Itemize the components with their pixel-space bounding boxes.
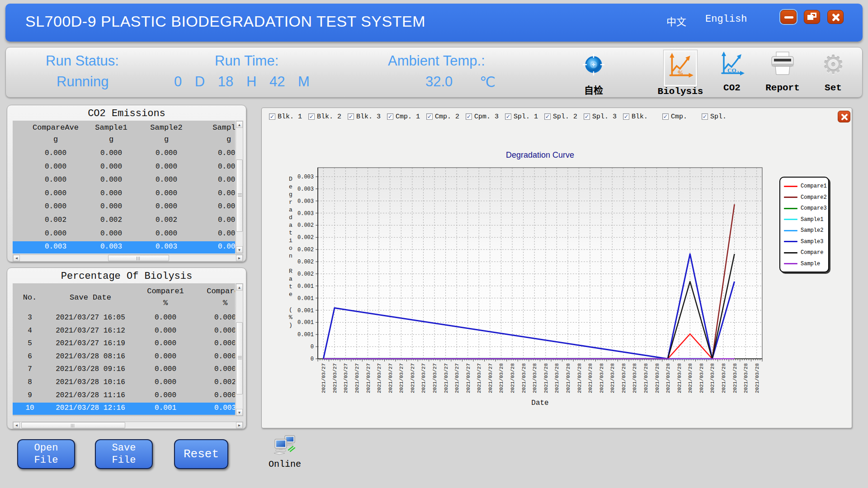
scroll-down-arrow[interactable]: ▼	[236, 246, 243, 253]
biolysis-percentage-title: Percentage Of Biolysis	[7, 271, 246, 282]
column-header: Sample1	[95, 123, 127, 132]
co2-vertical-scrollbar[interactable]: ▲ ▼	[236, 121, 243, 253]
svg-text:2021/03/27: 2021/03/27	[443, 363, 449, 393]
svg-text:2021/03/28: 2021/03/28	[588, 363, 593, 393]
toolbar-selfcheck[interactable]: 自检	[567, 50, 620, 96]
y-axis-title: Degradation Rate (%)	[285, 176, 296, 361]
column-header: Save Date	[70, 293, 111, 302]
scroll-thumb[interactable]	[236, 160, 243, 232]
co2-horizontal-scrollbar[interactable]: ◄ ►	[13, 254, 243, 262]
table-row[interactable]: 0.0000.0000.0000.000	[13, 148, 235, 160]
svg-text:2021/03/28: 2021/03/28	[499, 363, 504, 393]
column-header: Sample2	[150, 123, 182, 132]
scroll-down-arrow[interactable]: ▼	[236, 409, 243, 416]
scroll-right-arrow[interactable]: ►	[236, 422, 243, 428]
table-row[interactable]: 42021/03/27 16:120.0000.000	[13, 325, 235, 338]
table-row[interactable]: 62021/03/28 08:160.0000.000	[13, 351, 235, 363]
svg-text:0.003: 0.003	[297, 186, 314, 192]
svg-text:0.002: 0.002	[297, 247, 314, 253]
svg-text:CO: CO	[727, 67, 736, 74]
biolysis-horizontal-scrollbar[interactable]: ◄ ►	[13, 422, 243, 429]
svg-text:2021/03/28: 2021/03/28	[755, 363, 760, 393]
svg-text:2021/03/28: 2021/03/28	[699, 363, 704, 393]
table-row[interactable]: 82021/03/28 10:160.0000.002	[13, 377, 235, 389]
save-file-button[interactable]: Save File	[95, 439, 153, 469]
degradation-chart-panel: ✓Blk. 1✓Blk. 2✓Blk. 3✓Cmp. 1✓Cmp. 2✓Cpm.…	[261, 108, 852, 428]
legend-item: Sample1	[780, 214, 828, 225]
table-row[interactable]: 52021/03/27 16:190.0000.000	[13, 338, 235, 350]
biolysis-vertical-scrollbar[interactable]: ▲ ▼	[236, 283, 243, 416]
svg-text:0.002: 0.002	[297, 259, 314, 265]
lang-chinese-link[interactable]: 中文	[666, 14, 686, 28]
scroll-up-arrow[interactable]: ▲	[236, 284, 243, 291]
svg-text:2021/03/28: 2021/03/28	[521, 363, 527, 393]
svg-text:2021/03/28: 2021/03/28	[655, 363, 660, 393]
scroll-up-arrow[interactable]: ▲	[236, 121, 243, 128]
table-row[interactable]: 0.0000.0000.0000.000	[13, 201, 235, 213]
scroll-left-arrow[interactable]: ◄	[13, 422, 20, 428]
open-file-button[interactable]: Open File	[17, 439, 75, 469]
scroll-left-arrow[interactable]: ◄	[13, 255, 20, 261]
toolbar-report[interactable]: Report	[756, 50, 809, 93]
svg-text:0.001: 0.001	[297, 308, 314, 314]
app-title: SL700D-9 PLASTIC BIODEGRADATION TEST SYS…	[25, 13, 425, 30]
biolysis-chart-icon: %	[665, 52, 695, 84]
table-row[interactable]: 0.0020.0020.0020.002	[13, 215, 235, 227]
table-row[interactable]: 0.0000.0000.0000.000	[13, 188, 235, 200]
run-status-value: Running	[57, 74, 108, 90]
svg-text:2021/03/27: 2021/03/27	[321, 363, 326, 393]
maximize-button[interactable]	[804, 10, 820, 24]
gear-icon: ⚙	[822, 50, 844, 83]
svg-text:2021/03/28: 2021/03/28	[743, 363, 749, 393]
biolysis-percentage-table[interactable]: No.Save DateCompare1%Compare2%32021/03/2…	[13, 283, 235, 416]
table-row[interactable]: 0.0000.0000.0000.000	[13, 174, 235, 187]
scroll-thumb[interactable]	[236, 322, 243, 394]
online-computers-icon	[273, 435, 297, 455]
printer-icon	[769, 50, 796, 83]
close-button[interactable]	[827, 10, 844, 24]
svg-text:2021/03/28: 2021/03/28	[621, 363, 627, 393]
selfcheck-target-icon	[580, 50, 607, 83]
reset-button[interactable]: Reset	[174, 439, 228, 469]
svg-text:0: 0	[311, 344, 314, 350]
toolbar-biolysis[interactable]: % Biolysis	[654, 50, 707, 97]
chart-title: Degradation Curve	[318, 150, 762, 160]
svg-text:2021/03/27: 2021/03/27	[488, 363, 493, 393]
svg-text:2021/03/27: 2021/03/27	[476, 363, 482, 393]
svg-text:2021/03/27: 2021/03/27	[432, 363, 438, 393]
scroll-thumb[interactable]	[108, 255, 169, 261]
svg-text:0.002: 0.002	[297, 235, 314, 241]
toolbar-set[interactable]: ⚙ Set	[807, 50, 859, 93]
svg-text:0.003: 0.003	[297, 174, 314, 180]
lang-english-link[interactable]: English	[705, 14, 747, 25]
svg-text:2021/03/27: 2021/03/27	[410, 363, 415, 393]
svg-text:0.002: 0.002	[297, 222, 314, 229]
legend-item: Compare	[780, 247, 828, 258]
table-row[interactable]: 0.0000.0000.0000.000	[13, 161, 235, 174]
table-row[interactable]: 32021/03/27 16:050.0000.000	[13, 312, 235, 324]
table-row[interactable]: 72021/03/28 09:160.0000.000	[13, 364, 235, 376]
co2-emissions-table[interactable]: CompareAvegSample1gSample2gSample3g0.000…	[13, 121, 235, 253]
scroll-right-arrow[interactable]: ►	[236, 255, 243, 261]
scroll-thumb[interactable]	[21, 422, 125, 428]
column-header: Compare1	[147, 287, 184, 296]
svg-text:2021/03/28: 2021/03/28	[677, 363, 682, 393]
svg-text:2021/03/27: 2021/03/27	[377, 363, 382, 393]
table-row[interactable]: 102021/03/28 12:160.0010.003	[13, 403, 235, 415]
ambient-temp-value: 32.0	[425, 74, 453, 90]
co2-emissions-title: CO2 Emissions	[7, 108, 246, 119]
minimize-button[interactable]	[780, 10, 797, 24]
column-unit: g	[109, 135, 113, 144]
svg-text:0.003: 0.003	[297, 211, 314, 217]
svg-text:2021/03/27: 2021/03/27	[399, 363, 404, 393]
svg-text:2021/03/28: 2021/03/28	[577, 363, 582, 393]
table-row[interactable]: 92021/03/28 11:160.0000.000	[13, 390, 235, 402]
svg-text:0.001: 0.001	[297, 332, 314, 338]
svg-text:2021/03/28: 2021/03/28	[688, 363, 693, 393]
x-axis-title: Date	[318, 399, 762, 407]
online-status: Online	[258, 435, 312, 469]
table-row[interactable]: 0.0030.0030.0030.003	[13, 241, 235, 253]
table-row[interactable]: 0.0000.0000.0000.000	[13, 228, 235, 240]
svg-text:2021/03/28: 2021/03/28	[566, 363, 571, 393]
toolbar-co2[interactable]: CO 2 CO2	[706, 50, 758, 93]
